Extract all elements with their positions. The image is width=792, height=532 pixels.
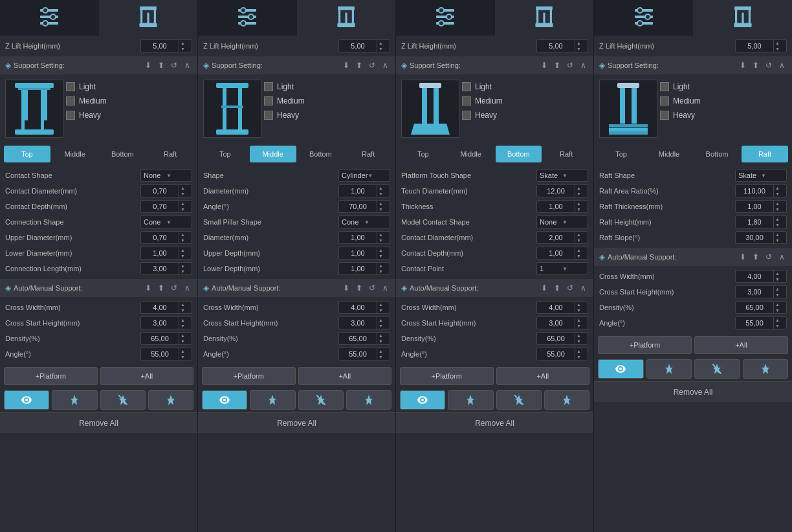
select-arrow-0[interactable]: ▼ <box>761 173 784 179</box>
auto-up-1[interactable]: ▲ <box>774 286 781 292</box>
collapse-icon[interactable]: ∧ <box>182 60 192 71</box>
tab-bottom[interactable]: Bottom <box>100 146 146 162</box>
pin-icon[interactable] <box>448 390 493 410</box>
form-spinbox-4[interactable]: ▲ ▼ <box>338 231 390 244</box>
auto-spinbox-3[interactable]: ▲ ▼ <box>140 348 192 360</box>
checkbox-medium[interactable] <box>462 96 471 105</box>
auto-input-2[interactable] <box>141 335 179 342</box>
auto-spinbox-1[interactable]: ▲ ▼ <box>735 285 787 298</box>
reset-icon[interactable]: ↺ <box>367 60 377 71</box>
support-tab[interactable] <box>297 0 396 36</box>
auto-export-icon[interactable]: ⬆ <box>751 252 761 262</box>
preset-light[interactable]: Light <box>660 82 787 91</box>
form-up-3[interactable]: ▲ <box>774 216 781 222</box>
checkbox-heavy[interactable] <box>660 111 669 120</box>
support-tab[interactable] <box>495 0 594 36</box>
checkbox-light[interactable] <box>660 82 669 91</box>
auto-import-icon[interactable]: ⬇ <box>143 283 153 293</box>
form-input-2[interactable] <box>537 203 575 210</box>
z-lift-up[interactable]: ▲ <box>377 40 384 46</box>
form-input-2[interactable] <box>736 203 773 210</box>
auto-input-1[interactable] <box>736 288 773 296</box>
z-lift-spinbox[interactable]: ▲ ▼ <box>338 39 390 52</box>
auto-up-0[interactable]: ▲ <box>774 271 781 276</box>
checkbox-medium[interactable] <box>66 96 75 105</box>
preset-heavy[interactable]: Heavy <box>264 111 390 120</box>
form-up-5[interactable]: ▲ <box>377 247 384 253</box>
preset-light[interactable]: Light <box>462 82 588 91</box>
pin-icon[interactable] <box>52 390 97 410</box>
auto-down-0[interactable]: ▼ <box>575 307 582 313</box>
auto-down-1[interactable]: ▼ <box>774 292 781 298</box>
form-down-2[interactable]: ▼ <box>774 206 781 212</box>
form-spinbox-1[interactable]: ▲ ▼ <box>338 184 390 197</box>
eye-icon[interactable] <box>4 390 49 410</box>
remove-all-button[interactable]: Remove All <box>594 381 792 402</box>
form-spinbox-1[interactable]: ▲ ▼ <box>140 184 192 197</box>
move-icon[interactable] <box>743 359 789 379</box>
auto-input-0[interactable] <box>537 304 575 311</box>
auto-input-1[interactable] <box>141 319 179 327</box>
auto-down-1[interactable]: ▼ <box>179 323 186 329</box>
form-input-5[interactable] <box>537 249 575 257</box>
form-up-2[interactable]: ▲ <box>179 201 186 206</box>
reset-icon[interactable]: ↺ <box>764 60 774 71</box>
auto-up-1[interactable]: ▲ <box>575 317 582 323</box>
form-select-0[interactable]: Cylinder ▼ <box>338 169 390 182</box>
auto-input-2[interactable] <box>339 335 377 342</box>
form-up-1[interactable]: ▲ <box>377 185 384 191</box>
form-input-1[interactable] <box>736 187 773 195</box>
form-down-1[interactable]: ▼ <box>774 191 781 197</box>
tab-top[interactable]: Top <box>4 146 50 162</box>
remove-icon[interactable] <box>100 390 146 410</box>
form-spinbox-4[interactable]: ▲ ▼ <box>735 231 787 244</box>
form-input-1[interactable] <box>537 187 575 195</box>
auto-input-0[interactable] <box>141 304 179 311</box>
preset-medium[interactable]: Medium <box>66 96 192 105</box>
form-up-5[interactable]: ▲ <box>575 247 582 253</box>
checkbox-heavy[interactable] <box>462 111 471 120</box>
support-tab[interactable] <box>99 0 198 36</box>
form-spinbox-4[interactable]: ▲ ▼ <box>536 231 588 244</box>
export-icon[interactable]: ⬆ <box>156 60 166 71</box>
z-lift-spinbox[interactable]: ▲ ▼ <box>140 39 192 52</box>
move-icon[interactable] <box>346 390 391 410</box>
import-icon[interactable]: ⬇ <box>738 60 748 71</box>
auto-down-3[interactable]: ▼ <box>377 354 384 360</box>
support-tab[interactable] <box>693 0 792 36</box>
form-down-5[interactable]: ▼ <box>179 253 186 259</box>
form-input-5[interactable] <box>141 249 179 257</box>
platform-button[interactable]: +Platform <box>4 367 98 385</box>
form-spinbox-6[interactable]: ▲ ▼ <box>338 262 390 275</box>
preset-heavy[interactable]: Heavy <box>462 111 588 120</box>
auto-input-1[interactable] <box>537 319 575 327</box>
form-spinbox-5[interactable]: ▲ ▼ <box>140 247 192 260</box>
eye-icon[interactable] <box>598 359 644 379</box>
auto-reset-icon[interactable]: ↺ <box>565 283 575 293</box>
tab-middle[interactable]: Middle <box>646 146 692 162</box>
form-down-4[interactable]: ▼ <box>774 238 781 243</box>
form-up-1[interactable]: ▲ <box>774 185 781 191</box>
export-icon[interactable]: ⬆ <box>552 60 562 71</box>
auto-spinbox-3[interactable]: ▲ ▼ <box>338 348 390 360</box>
auto-spinbox-2[interactable]: ▲ ▼ <box>735 301 787 314</box>
checkbox-light[interactable] <box>66 82 75 91</box>
checkbox-light[interactable] <box>462 82 471 91</box>
tab-bottom[interactable]: Bottom <box>298 146 344 162</box>
form-select-0[interactable]: Skate ▼ <box>735 169 787 182</box>
auto-up-3[interactable]: ▲ <box>774 317 781 323</box>
auto-down-2[interactable]: ▼ <box>774 307 781 313</box>
auto-collapse-icon[interactable]: ∧ <box>380 283 390 293</box>
form-up-1[interactable]: ▲ <box>575 185 582 191</box>
auto-up-0[interactable]: ▲ <box>179 302 186 307</box>
auto-down-3[interactable]: ▼ <box>774 323 781 329</box>
auto-export-icon[interactable]: ⬆ <box>552 283 562 293</box>
checkbox-medium[interactable] <box>660 96 669 105</box>
z-lift-spinbox[interactable]: ▲ ▼ <box>536 39 588 52</box>
form-select-3[interactable]: None ▼ <box>536 216 588 228</box>
z-lift-spinbox[interactable]: ▲ ▼ <box>735 39 787 52</box>
auto-spinbox-2[interactable]: ▲ ▼ <box>536 332 588 345</box>
form-input-5[interactable] <box>339 249 377 257</box>
z-lift-input[interactable] <box>736 42 773 50</box>
auto-up-0[interactable]: ▲ <box>377 302 384 307</box>
